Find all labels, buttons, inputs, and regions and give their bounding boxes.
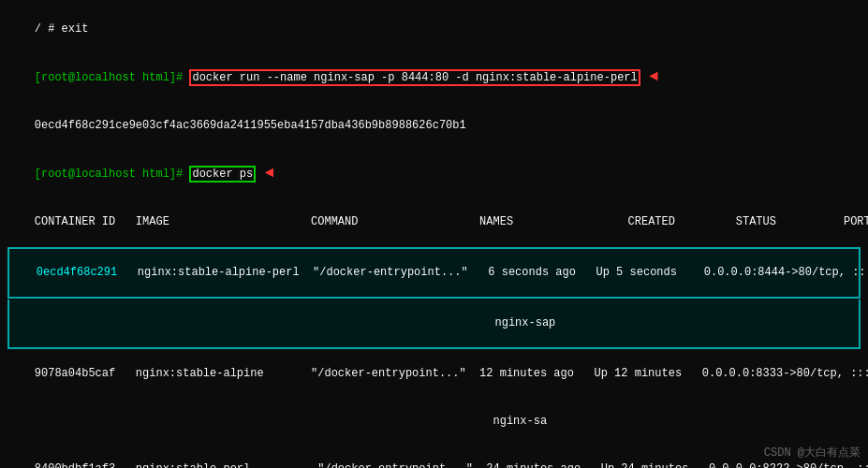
- table-row-3: 8400bdbf1af3 nginx:stable-perl "/docker-…: [7, 446, 861, 468]
- table-header: CONTAINER ID IMAGE COMMAND NAMES CREATED…: [7, 198, 861, 246]
- row-1-name: nginx-sap: [37, 316, 556, 329]
- col-created: CREATED: [628, 215, 736, 228]
- row-1-data: nginx:stable-alpine-perl "/docker-entryp…: [117, 266, 868, 279]
- terminal: / # exit [root@localhost html]# docker r…: [0, 0, 868, 468]
- watermark-text: CSDN @大白有点菜: [764, 446, 861, 460]
- line-2: [root@localhost html]# docker run --name…: [7, 53, 861, 102]
- col-ports: PORTS: [844, 215, 868, 228]
- hash-output: 0ecd4f68c291ce9e03cf4ac3669da2411955eba4…: [35, 119, 466, 132]
- line-3: 0ecd4f68c291ce9e03cf4ac3669da2411955eba4…: [7, 102, 861, 150]
- table-row-1b: nginx-sap: [7, 300, 861, 349]
- table-row-2b: nginx-sa: [7, 398, 861, 446]
- line-4: [root@localhost html]# docker ps ◄: [7, 150, 861, 198]
- prompt-2: [root@localhost html]#: [35, 71, 190, 84]
- prompt-3: [root@localhost html]#: [35, 168, 190, 181]
- line-1: / # exit: [7, 6, 861, 53]
- cmd-docker-ps: docker ps: [189, 166, 256, 183]
- watermark: CSDN @大白有点菜: [764, 445, 861, 461]
- col-status: STATUS: [736, 215, 844, 228]
- row-2-name: nginx-sa: [35, 415, 547, 428]
- arrow-1: ◄: [640, 68, 658, 85]
- row-2-data: 9078a04b5caf nginx:stable-alpine "/docke…: [35, 367, 868, 380]
- container-id-1: 0ecd4f68c291: [37, 266, 117, 279]
- col-container: CONTAINER ID IMAGE COMMAND: [35, 215, 479, 228]
- prompt-1: / # exit: [35, 22, 89, 36]
- arrow-2: ◄: [256, 165, 273, 182]
- row-3-data: 8400bdbf1af3 nginx:stable-perl "/docker-…: [35, 462, 868, 468]
- cmd-docker-run: docker run --name nginx-sap -p 8444:80 -…: [189, 69, 640, 86]
- col-names: NAMES: [479, 215, 627, 228]
- table-row-2: 9078a04b5caf nginx:stable-alpine "/docke…: [7, 350, 861, 398]
- table-row-1: 0ecd4f68c291 nginx:stable-alpine-perl "/…: [7, 247, 861, 299]
